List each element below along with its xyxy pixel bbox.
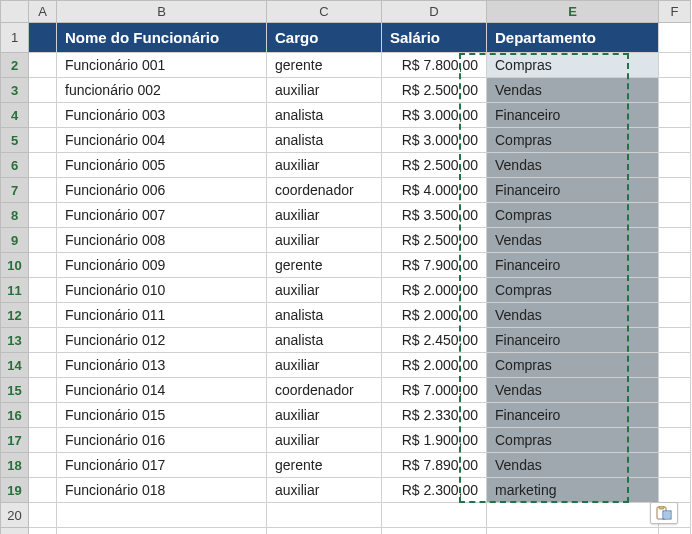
- cell-nome[interactable]: Funcionário 014: [57, 378, 267, 403]
- cell[interactable]: [659, 478, 691, 503]
- cell-cargo[interactable]: auxiliar: [267, 478, 382, 503]
- header-nome[interactable]: Nome do Funcionário: [57, 23, 267, 53]
- cell[interactable]: [659, 353, 691, 378]
- cell-cargo[interactable]: analista: [267, 103, 382, 128]
- cell[interactable]: [659, 178, 691, 203]
- cell-cargo[interactable]: gerente: [267, 53, 382, 78]
- cell[interactable]: [29, 253, 57, 278]
- cell[interactable]: [487, 503, 659, 528]
- cell[interactable]: [29, 23, 57, 53]
- cell-nome[interactable]: Funcionário 003: [57, 103, 267, 128]
- cell-nome[interactable]: Funcionário 018: [57, 478, 267, 503]
- cell-salario[interactable]: R$ 4.000,00: [382, 178, 487, 203]
- cell[interactable]: [659, 528, 691, 535]
- cell-departamento[interactable]: Compras: [487, 203, 659, 228]
- row-header[interactable]: 3: [1, 78, 29, 103]
- cell-cargo[interactable]: gerente: [267, 253, 382, 278]
- cell-nome[interactable]: Funcionário 008: [57, 228, 267, 253]
- cell-salario[interactable]: R$ 2.500,00: [382, 228, 487, 253]
- cell-nome[interactable]: Funcionário 004: [57, 128, 267, 153]
- cell[interactable]: [659, 378, 691, 403]
- cell[interactable]: [29, 78, 57, 103]
- column-header-A[interactable]: A: [29, 1, 57, 23]
- cell[interactable]: [29, 328, 57, 353]
- cell[interactable]: [659, 78, 691, 103]
- cell[interactable]: [659, 428, 691, 453]
- row-header[interactable]: 13: [1, 328, 29, 353]
- row-header[interactable]: 11: [1, 278, 29, 303]
- header-departamento[interactable]: Departamento: [487, 23, 659, 53]
- cell-salario[interactable]: R$ 7.890,00: [382, 453, 487, 478]
- cell-cargo[interactable]: auxiliar: [267, 353, 382, 378]
- cell-departamento[interactable]: Financeiro: [487, 403, 659, 428]
- cell-salario[interactable]: R$ 2.000,00: [382, 353, 487, 378]
- cell-nome[interactable]: Funcionário 011: [57, 303, 267, 328]
- row-header[interactable]: 8: [1, 203, 29, 228]
- cell[interactable]: [29, 303, 57, 328]
- header-cargo[interactable]: Cargo: [267, 23, 382, 53]
- cell-nome[interactable]: Funcionário 015: [57, 403, 267, 428]
- cell[interactable]: [29, 53, 57, 78]
- cell-salario[interactable]: R$ 7.800,00: [382, 53, 487, 78]
- column-header-C[interactable]: C: [267, 1, 382, 23]
- cell-nome[interactable]: Funcionário 009: [57, 253, 267, 278]
- cell-cargo[interactable]: auxiliar: [267, 153, 382, 178]
- cell-nome[interactable]: funcionário 002: [57, 78, 267, 103]
- cell[interactable]: [659, 53, 691, 78]
- cell-cargo[interactable]: analista: [267, 303, 382, 328]
- row-header[interactable]: 9: [1, 228, 29, 253]
- cell-salario[interactable]: R$ 3.000,00: [382, 103, 487, 128]
- cell-salario[interactable]: R$ 2.500,00: [382, 78, 487, 103]
- cell-cargo[interactable]: auxiliar: [267, 428, 382, 453]
- cell-departamento[interactable]: Financeiro: [487, 253, 659, 278]
- cell-salario[interactable]: R$ 2.300,00: [382, 478, 487, 503]
- cell-nome[interactable]: Funcionário 007: [57, 203, 267, 228]
- row-header[interactable]: 5: [1, 128, 29, 153]
- cell-departamento[interactable]: Vendas: [487, 453, 659, 478]
- cell[interactable]: [57, 528, 267, 535]
- cell-nome[interactable]: Funcionário 006: [57, 178, 267, 203]
- cell-cargo[interactable]: auxiliar: [267, 278, 382, 303]
- column-header-B[interactable]: B: [57, 1, 267, 23]
- cell[interactable]: [267, 503, 382, 528]
- cell-departamento[interactable]: Financeiro: [487, 103, 659, 128]
- cell-cargo[interactable]: gerente: [267, 453, 382, 478]
- cell-salario[interactable]: R$ 3.000,00: [382, 128, 487, 153]
- cell-salario[interactable]: R$ 2.330,00: [382, 403, 487, 428]
- cell-salario[interactable]: R$ 2.000,00: [382, 303, 487, 328]
- row-header[interactable]: 4: [1, 103, 29, 128]
- cell[interactable]: [659, 103, 691, 128]
- row-header[interactable]: 10: [1, 253, 29, 278]
- row-header[interactable]: 17: [1, 428, 29, 453]
- cell-departamento[interactable]: Financeiro: [487, 328, 659, 353]
- row-header[interactable]: 14: [1, 353, 29, 378]
- cell-nome[interactable]: Funcionário 013: [57, 353, 267, 378]
- cell[interactable]: [659, 23, 691, 53]
- cell[interactable]: [57, 503, 267, 528]
- cell-departamento[interactable]: Compras: [487, 53, 659, 78]
- cell[interactable]: [29, 528, 57, 535]
- cell-nome[interactable]: Funcionário 016: [57, 428, 267, 453]
- cell-cargo[interactable]: auxiliar: [267, 228, 382, 253]
- row-header[interactable]: 1: [1, 23, 29, 53]
- cell-cargo[interactable]: auxiliar: [267, 78, 382, 103]
- spreadsheet-grid[interactable]: ABCDEF1Nome do FuncionárioCargoSalárioDe…: [0, 0, 692, 534]
- select-all-corner[interactable]: [1, 1, 29, 23]
- row-header[interactable]: 19: [1, 478, 29, 503]
- cell[interactable]: [29, 503, 57, 528]
- cell-cargo[interactable]: analista: [267, 128, 382, 153]
- cell-nome[interactable]: Funcionário 017: [57, 453, 267, 478]
- cell[interactable]: [659, 328, 691, 353]
- cell[interactable]: [29, 128, 57, 153]
- cell-salario[interactable]: R$ 7.000,00: [382, 378, 487, 403]
- cell[interactable]: [29, 478, 57, 503]
- cell[interactable]: [659, 228, 691, 253]
- cell[interactable]: [659, 153, 691, 178]
- row-header[interactable]: 16: [1, 403, 29, 428]
- cell[interactable]: [659, 453, 691, 478]
- cell-cargo[interactable]: auxiliar: [267, 403, 382, 428]
- cell-departamento[interactable]: Vendas: [487, 153, 659, 178]
- cell-departamento[interactable]: Vendas: [487, 228, 659, 253]
- column-header-E[interactable]: E: [487, 1, 659, 23]
- cell-salario[interactable]: R$ 2.500,00: [382, 153, 487, 178]
